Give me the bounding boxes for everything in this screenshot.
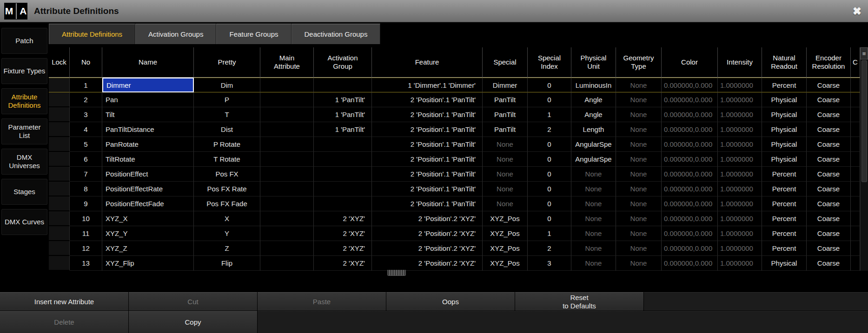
physical-unit-cell[interactable]: AngularSpe — [571, 137, 616, 152]
natural-readout-cell[interactable]: Percent — [762, 211, 807, 226]
special-index-cell[interactable]: 3 — [528, 256, 571, 271]
special-cell[interactable]: None — [483, 196, 528, 211]
pretty-cell[interactable]: Z — [194, 241, 260, 256]
physical-unit-cell[interactable]: Length — [571, 122, 616, 137]
intensity-cell[interactable]: 1.0000000 — [718, 211, 762, 226]
encoder-resolution-cell[interactable]: Coarse — [807, 152, 851, 167]
column-header-activation-group[interactable]: Activation Group — [314, 47, 372, 78]
special-index-cell[interactable]: 0 — [528, 196, 571, 211]
special-cell[interactable]: None — [483, 137, 528, 152]
natural-readout-cell[interactable]: Physical — [762, 92, 807, 107]
natural-readout-cell[interactable]: Percent — [762, 226, 807, 241]
copy-button[interactable]: Copy — [129, 311, 257, 333]
encoder-resolution-cell[interactable]: Coarse — [807, 78, 851, 92]
special-index-cell[interactable]: 0 — [528, 211, 571, 226]
lock-cell[interactable] — [49, 226, 70, 241]
feature-cell[interactable]: 2 'Position'.1 'PanTilt' — [372, 196, 483, 211]
sidebar-item-fixture-types[interactable]: Fixture Types — [1, 58, 47, 84]
lock-cell[interactable] — [49, 196, 70, 211]
column-header-special[interactable]: Special — [483, 47, 528, 78]
column-header-main-attribute[interactable]: Main Attribute — [260, 47, 314, 78]
column-header-natural-readout[interactable]: Natural Readout — [762, 47, 807, 78]
geometry-type-cell[interactable]: None — [616, 211, 662, 226]
name-cell[interactable]: XYZ_Z — [102, 241, 194, 256]
sidebar-item-parameter-list[interactable]: Parameter List — [1, 118, 47, 144]
pretty-cell[interactable]: T — [194, 107, 260, 122]
activation-group-cell[interactable]: 1 'PanTilt' — [314, 122, 372, 137]
intensity-cell[interactable]: 1.0000000 — [718, 167, 762, 182]
physical-unit-cell[interactable]: LuminousIn — [571, 78, 616, 92]
special-cell[interactable]: PanTilt — [483, 107, 528, 122]
encoder-resolution-cell[interactable]: Coarse — [807, 241, 851, 256]
main-attribute-cell[interactable] — [260, 182, 314, 196]
special-index-cell[interactable]: 0 — [528, 167, 571, 182]
color-cell[interactable]: 0.000000,0.000 — [662, 226, 718, 241]
reset-to-defaults-button[interactable]: Reset to Defaults — [515, 292, 643, 311]
color-cell[interactable]: 0.000000,0.000 — [662, 122, 718, 137]
tab-activation-groups[interactable]: Activation Groups — [135, 24, 216, 44]
table-row[interactable]: 12 XYZ_Z Z 2 'XYZ' 2 'Position'.2 'XYZ' … — [49, 241, 860, 256]
geometry-type-cell[interactable]: None — [616, 78, 662, 92]
lock-cell[interactable] — [49, 256, 70, 271]
main-attribute-cell[interactable] — [260, 256, 314, 271]
activation-group-cell[interactable]: 2 'XYZ' — [314, 241, 372, 256]
color-cell[interactable]: 0.000000,0.000 — [662, 182, 718, 196]
table-row[interactable]: 13 XYZ_Flip Flip 2 'XYZ' 2 'Position'.2 … — [49, 256, 860, 271]
intensity-cell[interactable]: 1.0000000 — [718, 196, 762, 211]
main-attribute-cell[interactable] — [260, 196, 314, 211]
main-attribute-cell[interactable] — [260, 92, 314, 107]
special-cell[interactable]: XYZ_Pos — [483, 226, 528, 241]
physical-unit-cell[interactable]: None — [571, 196, 616, 211]
feature-cell[interactable]: 2 'Position'.1 'PanTilt' — [372, 122, 483, 137]
special-cell[interactable]: None — [483, 182, 528, 196]
intensity-cell[interactable]: 1.0000000 — [718, 122, 762, 137]
name-cell[interactable]: PanRotate — [102, 137, 194, 152]
special-index-cell[interactable]: 1 — [528, 107, 571, 122]
main-attribute-cell[interactable] — [260, 152, 314, 167]
special-index-cell[interactable]: 2 — [528, 122, 571, 137]
color-cell[interactable]: 0.000000,0.000 — [662, 196, 718, 211]
column-header-clipped[interactable]: C — [851, 47, 860, 78]
special-cell[interactable]: Dimmer — [483, 78, 528, 92]
natural-readout-cell[interactable]: Percent — [762, 241, 807, 256]
pretty-cell[interactable]: Pos FX Fade — [194, 196, 260, 211]
pretty-cell[interactable]: Flip — [194, 256, 260, 271]
physical-unit-cell[interactable]: Angle — [571, 92, 616, 107]
column-header-name[interactable]: Name — [102, 47, 194, 78]
encoder-resolution-cell[interactable]: Coarse — [807, 122, 851, 137]
lock-cell[interactable] — [49, 122, 70, 137]
tab-deactivation-groups[interactable]: Deactivation Groups — [292, 24, 381, 44]
name-cell[interactable]: Pan — [102, 92, 194, 107]
name-cell[interactable]: Tilt — [102, 107, 194, 122]
activation-group-cell[interactable]: 2 'XYZ' — [314, 256, 372, 271]
encoder-resolution-cell[interactable]: Coarse — [807, 226, 851, 241]
geometry-type-cell[interactable]: None — [616, 137, 662, 152]
intensity-cell[interactable]: 1.0000000 — [718, 256, 762, 271]
name-cell[interactable]: PanTiltDistance — [102, 122, 194, 137]
column-header-physical-unit[interactable]: Physical Unit — [571, 47, 616, 78]
table-row[interactable]: 10 XYZ_X X 2 'XYZ' 2 'Position'.2 'XYZ' … — [49, 211, 860, 226]
natural-readout-cell[interactable]: Physical — [762, 152, 807, 167]
activation-group-cell[interactable] — [314, 152, 372, 167]
tab-feature-groups[interactable]: Feature Groups — [216, 24, 291, 44]
pretty-cell[interactable]: T Rotate — [194, 152, 260, 167]
special-index-cell[interactable]: 0 — [528, 152, 571, 167]
natural-readout-cell[interactable]: Percent — [762, 196, 807, 211]
physical-unit-cell[interactable]: None — [571, 182, 616, 196]
color-cell[interactable]: 0.000000,0.000 — [662, 256, 718, 271]
pretty-cell[interactable]: X — [194, 211, 260, 226]
physical-unit-cell[interactable]: AngularSpe — [571, 152, 616, 167]
color-cell[interactable]: 0.000000,0.000 — [662, 78, 718, 92]
lock-cell[interactable] — [49, 137, 70, 152]
table-row[interactable]: 8 PositionEffectRate Pos FX Rate 2 'Posi… — [49, 182, 860, 196]
activation-group-cell[interactable] — [314, 137, 372, 152]
table-row[interactable]: 11 XYZ_Y Y 2 'XYZ' 2 'Position'.2 'XYZ' … — [49, 226, 860, 241]
special-index-cell[interactable]: 0 — [528, 92, 571, 107]
name-cell[interactable]: XYZ_Flip — [102, 256, 194, 271]
column-header-encoder-resolution[interactable]: Encoder Resolution — [807, 47, 851, 78]
encoder-resolution-cell[interactable]: Coarse — [807, 137, 851, 152]
activation-group-cell[interactable]: 2 'XYZ' — [314, 211, 372, 226]
activation-group-cell[interactable] — [314, 182, 372, 196]
geometry-type-cell[interactable]: None — [616, 196, 662, 211]
column-header-special-index[interactable]: Special Index — [528, 47, 571, 78]
